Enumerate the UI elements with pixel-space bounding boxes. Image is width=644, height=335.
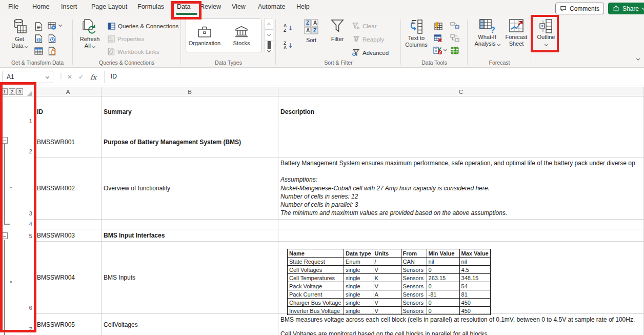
column-header-b[interactable]: B: [102, 87, 278, 96]
tab-formulas[interactable]: Formulas: [137, 3, 164, 10]
svg-text:Z: Z: [313, 28, 316, 33]
row-header-1[interactable]: 1: [21, 118, 34, 124]
from-web-button[interactable]: [34, 34, 43, 43]
tab-review[interactable]: Review: [200, 3, 221, 10]
cell-c5[interactable]: [278, 229, 644, 242]
gallery-scroll-up-button[interactable]: [265, 18, 273, 30]
refresh-all-button[interactable]: Refresh All: [76, 18, 104, 56]
data-type-organization[interactable]: Organization: [186, 19, 223, 52]
flash-fill-button[interactable]: [433, 21, 442, 30]
share-chevron-icon: [641, 6, 644, 10]
cell-c1[interactable]: Description: [278, 96, 644, 127]
cell-a5[interactable]: BMSSWR003: [35, 229, 102, 242]
sort-ascending-button[interactable]: AZ↓: [284, 22, 298, 35]
cell-a3[interactable]: BMSSWR002: [35, 157, 102, 220]
tab-data[interactable]: Data: [177, 3, 190, 10]
tab-page-layout[interactable]: Page Layout: [91, 3, 127, 10]
group-ungroup-button[interactable]: [450, 21, 459, 30]
cell-b2[interactable]: Purpose of Battery Management System (BM…: [102, 127, 278, 157]
cell-a1[interactable]: ID: [35, 96, 102, 127]
column-header-c[interactable]: C: [278, 87, 644, 96]
recent-sources-button[interactable]: [47, 34, 56, 43]
properties-button[interactable]: Properties: [108, 35, 144, 43]
tab-insert[interactable]: Insert: [61, 3, 77, 10]
tab-help[interactable]: Help: [296, 3, 310, 10]
reapply-filter-button[interactable]: Reapply: [352, 35, 384, 43]
filter-button[interactable]: Filter: [327, 18, 348, 56]
cell-b1[interactable]: Summary: [102, 96, 278, 127]
data-validation-button[interactable]: [433, 46, 442, 55]
group-label-forecast: Forecast: [468, 60, 531, 66]
workbook-links-button[interactable]: Workbook Links: [108, 48, 159, 55]
from-picture-chevron-icon[interactable]: [58, 23, 62, 27]
tab-automate[interactable]: Automate: [258, 3, 286, 10]
insert-function-button[interactable]: fx: [88, 72, 98, 82]
outline-level-2-button[interactable]: 2: [9, 88, 15, 95]
sort-icon: ZAAZ: [304, 18, 319, 35]
cell-a6[interactable]: BMSSWR004: [35, 242, 102, 314]
row-header-6[interactable]: 6: [21, 305, 34, 311]
formula-input[interactable]: ID: [111, 73, 117, 80]
data-types-gallery: Organization Stocks: [186, 18, 261, 52]
collapse-group-2-button[interactable]: −: [1, 232, 8, 239]
get-data-label-2: Data: [11, 43, 23, 49]
cell-a4[interactable]: [35, 220, 102, 229]
from-text-csv-button[interactable]: [34, 22, 43, 31]
what-if-analysis-button[interactable]: ? What-If Analysis: [472, 18, 502, 56]
tab-view[interactable]: View: [232, 3, 246, 10]
comments-button[interactable]: Comments: [555, 3, 604, 14]
forecast-sheet-button[interactable]: Forecast Sheet: [503, 18, 530, 56]
relationships-button[interactable]: [450, 33, 459, 43]
cell-c2[interactable]: [278, 127, 644, 157]
row-header-4[interactable]: 4: [21, 221, 34, 227]
cell-b4[interactable]: [102, 220, 278, 229]
gallery-more-button[interactable]: [265, 41, 273, 52]
sort-button[interactable]: ZAAZ Sort: [300, 18, 323, 56]
sort-descending-button[interactable]: ZA↓: [284, 39, 298, 52]
get-data-button[interactable]: Get Data: [6, 18, 33, 56]
advanced-filter-button[interactable]: Advanced: [352, 49, 389, 56]
cell-b6[interactable]: BMS Inputs: [102, 242, 278, 314]
data-validation-chevron-icon[interactable]: [444, 48, 447, 51]
row-header-2[interactable]: 2: [21, 148, 34, 154]
tab-home[interactable]: Home: [32, 3, 49, 10]
select-all-button[interactable]: [27, 91, 32, 96]
outline-level-3-button[interactable]: 3: [16, 88, 23, 95]
from-table-range-button[interactable]: [34, 46, 43, 55]
queries-connections-label: Queries & Connections: [118, 23, 178, 29]
text-to-columns-button[interactable]: Text to Columns: [402, 18, 430, 56]
sort-label: Sort: [306, 37, 316, 44]
cell-a7[interactable]: BMSSWR005: [35, 314, 102, 335]
outline-level-1-button[interactable]: 1: [1, 88, 8, 95]
row-header-5[interactable]: 5: [21, 233, 34, 239]
row-header-3[interactable]: 3: [21, 210, 34, 216]
gallery-scroll-down-button[interactable]: [265, 29, 273, 41]
cell-b5[interactable]: BMS Input Interfaces: [102, 229, 278, 242]
row-header-7[interactable]: 7: [21, 326, 34, 332]
name-box[interactable]: A1: [2, 71, 53, 83]
enter-button[interactable]: ✓: [76, 72, 86, 82]
outline-button[interactable]: Outline: [534, 18, 558, 56]
cancel-button[interactable]: ✕: [65, 72, 75, 82]
outline-label: Outline: [537, 34, 555, 41]
cell-a2[interactable]: BMSSWR001: [35, 127, 102, 157]
group-label-sort-filter: Sort & Filter: [276, 60, 400, 66]
queries-connections-button[interactable]: Queries & Connections: [108, 23, 178, 30]
existing-connections-button[interactable]: [47, 46, 56, 55]
column-header-a[interactable]: A: [35, 87, 102, 96]
clear-filter-button[interactable]: Clear: [352, 22, 376, 30]
share-button[interactable]: Share: [608, 3, 644, 14]
text-to-columns-label-1: Text to: [408, 35, 425, 42]
formula-bar-grip[interactable]: ⋮: [58, 72, 64, 80]
forecast-sheet-label-1: Forecast: [506, 34, 528, 41]
manage-data-model-button[interactable]: [450, 46, 459, 55]
remove-duplicates-button[interactable]: [433, 33, 442, 43]
data-type-stocks[interactable]: Stocks: [223, 19, 260, 52]
cell-b7[interactable]: CellVoltages: [102, 314, 278, 335]
tab-file[interactable]: File: [8, 3, 18, 10]
collapse-ribbon-chevron-icon[interactable]: [636, 57, 640, 61]
collapse-group-1-button[interactable]: −: [1, 137, 8, 144]
cell-c4[interactable]: [278, 220, 644, 229]
from-picture-button[interactable]: [47, 22, 56, 31]
cell-b3[interactable]: Overview of functionality: [102, 157, 278, 220]
